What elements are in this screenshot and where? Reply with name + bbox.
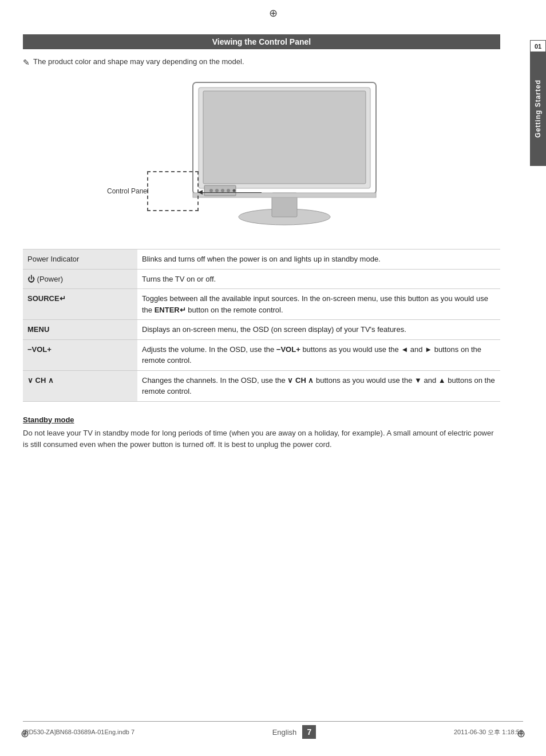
feature-label-text: ∨ CH ∧ (27, 376, 54, 385)
control-panel-callout (147, 171, 199, 211)
feature-label-text: Power Indicator (27, 255, 79, 263)
table-row: Power Indicator Blinks and turns off whe… (23, 250, 500, 270)
standby-title: Standby mode (23, 415, 500, 424)
side-tab-label: Getting Started (534, 80, 542, 138)
features-table: Power Indicator Blinks and turns off whe… (23, 249, 500, 402)
feature-desc-text: Displays an on-screen menu, the OSD (on … (142, 325, 406, 334)
note-line: ✎ The product color and shape may vary d… (23, 57, 500, 67)
page-wrapper: ⊕ 01 Getting Started Viewing the Control… (0, 0, 546, 756)
table-row: −VOL+ Adjusts the volume. In the OSD, us… (23, 339, 500, 370)
feature-label: SOURCE↵ (23, 289, 137, 320)
feature-desc-text: Blinks and turns off when the power is o… (142, 255, 381, 263)
feature-description: Adjusts the volume. In the OSD, use the … (137, 339, 500, 370)
feature-label-text: MENU (27, 325, 49, 334)
svg-rect-6 (204, 185, 236, 196)
tv-svg (181, 80, 387, 228)
crosshair-bottom-left-icon: ⊕ (21, 727, 29, 740)
bottom-date: 2011-06-30 오후 1:18:58 (454, 728, 523, 737)
side-tab-number: 01 (530, 40, 546, 53)
feature-desc-text: Toggles between all the available input … (142, 294, 488, 314)
feature-label: ⏻ (Power) (23, 269, 137, 289)
page-number: 7 (302, 725, 316, 739)
table-row: MENU Displays an on-screen menu, the OSD… (23, 320, 500, 340)
callout-arrow-line (199, 192, 262, 193)
svg-point-11 (233, 189, 236, 192)
feature-description: Toggles between all the available input … (137, 289, 500, 320)
crosshair-bottom-right-icon: ⊕ (517, 727, 525, 740)
note-icon: ✎ (23, 58, 30, 67)
feature-label-text: SOURCE↵ (27, 294, 66, 303)
feature-label: −VOL+ (23, 339, 137, 370)
bottom-file: [PD530-ZA]BN68-03689A-01Eng.indb 7 (23, 729, 134, 735)
feature-desc-text: Turns the TV on or off. (142, 275, 216, 283)
feature-label: ∨ CH ∧ (23, 370, 137, 401)
feature-label-text: ⏻ (Power) (27, 275, 63, 283)
feature-desc-text: Changes the channels. In the OSD, use th… (142, 376, 495, 396)
table-row: SOURCE↵ Toggles between all the availabl… (23, 289, 500, 320)
crosshair-top-icon: ⊕ (269, 7, 278, 19)
page-title: Viewing the Control Panel (23, 34, 500, 49)
table-row: ∨ CH ∧ Changes the channels. In the OSD,… (23, 370, 500, 401)
standby-section: Standby mode Do not leave your TV in sta… (23, 415, 500, 452)
note-text: The product color and shape may vary dep… (33, 57, 244, 66)
feature-label: Power Indicator (23, 250, 137, 270)
language-label: English (272, 728, 297, 737)
feature-description: Displays an on-screen menu, the OSD (on … (137, 320, 500, 340)
control-panel-label: Control Panel (107, 187, 149, 195)
svg-rect-2 (203, 91, 366, 184)
standby-text: Do not leave your TV in standby mode for… (23, 428, 500, 452)
feature-label-text: −VOL+ (27, 345, 52, 354)
feature-description: Changes the channels. In the OSD, use th… (137, 370, 500, 401)
bottom-bar: [PD530-ZA]BN68-03689A-01Eng.indb 7 Engli… (23, 721, 523, 739)
side-tab: Getting Started (530, 52, 546, 166)
feature-desc-text: Adjusts the volume. In the OSD, use the … (142, 345, 481, 365)
feature-description: Blinks and turns off when the power is o… (137, 250, 500, 270)
feature-label: MENU (23, 320, 137, 340)
bottom-page: English 7 (272, 725, 316, 739)
feature-description: Turns the TV on or off. (137, 269, 500, 289)
callout-arrow-head (198, 190, 203, 195)
table-row: ⏻ (Power) Turns the TV on or off. (23, 269, 500, 289)
main-content: Viewing the Control Panel ✎ The product … (23, 0, 523, 451)
tv-container: Control Panel (181, 80, 387, 230)
tv-illustration: Control Panel (23, 77, 500, 232)
